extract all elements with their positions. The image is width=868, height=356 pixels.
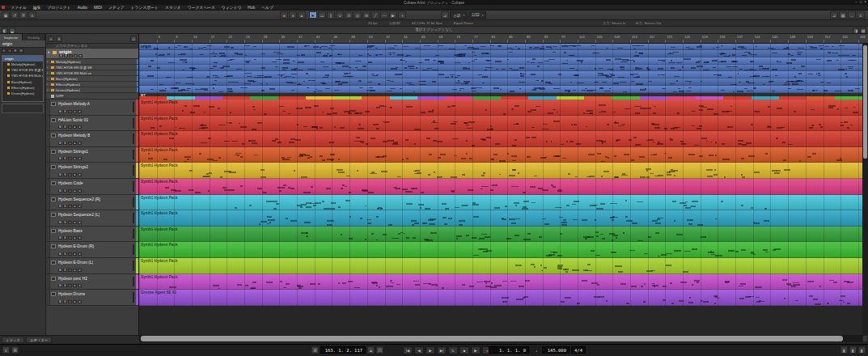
record-enable-button[interactable]: ● (68, 252, 72, 256)
track-drag-handle[interactable] (46, 195, 50, 210)
folder-clip-lane[interactable] (139, 86, 862, 93)
edit-channel-button[interactable]: e (78, 110, 82, 113)
track-row[interactable]: Hydeon Strings2MS●▸e (46, 163, 138, 179)
midi-clip-10[interactable]: Synth1 Hydeon Pack (139, 242, 862, 258)
monitor-button[interactable]: ▸ (74, 54, 78, 57)
track-row[interactable]: Hydeon Sequence2 (R)MS●▸e (46, 195, 138, 211)
mute-button[interactable]: M (58, 300, 62, 303)
track-row[interactable]: Hydeon Strings1MS●▸e (46, 147, 138, 163)
record-enable-button[interactable]: ● (68, 189, 72, 193)
edit-channel-icon[interactable]: e (2, 49, 6, 53)
color-tool[interactable]: ◑ (398, 11, 406, 19)
mute-button[interactable]: M (58, 173, 62, 176)
cycle-button[interactable]: ↻ (448, 346, 458, 354)
read-automation-icon[interactable]: R (13, 49, 18, 53)
edit-channel-button[interactable]: e (78, 252, 82, 256)
midi-clip-13[interactable]: Groove Agent SE 01 (139, 290, 862, 306)
glue-tool[interactable]: ∪ (336, 11, 344, 19)
add-track-icon[interactable]: + (48, 36, 54, 42)
midi-clip-6[interactable]: Synth1 Hydeon Pack (139, 179, 862, 195)
monitor-button[interactable]: ▸ (73, 300, 77, 303)
record-enable-button[interactable]: ● (68, 300, 72, 303)
record-enable-button[interactable]: ● (68, 110, 72, 113)
compact-track-row[interactable]: ▸YM1 HYDE EN Multi ve (46, 70, 138, 76)
tree-item-4[interactable]: Effects(Hydeon) (2, 85, 43, 91)
folder-open-icon[interactable]: ▾ (48, 50, 49, 54)
monitor-button[interactable]: ▸ (73, 221, 77, 224)
menu-item-9[interactable]: ウィンドウ (218, 5, 245, 11)
edit-channel-button[interactable]: e (78, 300, 82, 303)
toolbar-setup-icon[interactable]: ≡ (857, 11, 865, 19)
menu-item-4[interactable]: MIDI (91, 5, 105, 11)
folder-track-lane[interactable]: origin (139, 44, 862, 50)
edit-channel-button[interactable]: e (78, 173, 82, 176)
menu-item-8[interactable]: ワークスペース (184, 5, 218, 11)
metronome-icon[interactable]: ▲ (298, 11, 306, 19)
edit-channel-button[interactable]: e (78, 205, 82, 208)
quantize-dropdown[interactable]: 1/32▾ (468, 11, 486, 19)
track-row[interactable]: Hydeon E-Drum (L)MS●▸e (46, 258, 138, 274)
menu-item-7[interactable]: スタジオ (162, 5, 184, 11)
track-drag-handle[interactable] (46, 179, 50, 194)
track-row[interactable]: Hydeon perc H2MS●▸e (46, 274, 138, 290)
tree-item-0[interactable]: Melody(Hydeon) (2, 61, 43, 67)
rewind-button[interactable]: ◀ (414, 346, 424, 354)
activate-project-icon[interactable]: ▣ (2, 11, 10, 19)
menu-item-6[interactable]: トランスポート (128, 5, 162, 11)
folder-clip-lane[interactable] (139, 50, 862, 57)
window-layout-icon[interactable]: ▦ (860, 28, 866, 33)
snap-toggle-icon[interactable]: ⊿ (830, 11, 838, 19)
track-drag-handle[interactable] (46, 116, 50, 131)
midi-clip-3[interactable]: Synth1 Hydeon Pack (139, 131, 862, 147)
monitor-button[interactable]: ▸ (73, 142, 77, 145)
tree-item-3[interactable]: Bass(Hydeon) (2, 79, 43, 85)
solo-button[interactable]: S (63, 189, 67, 193)
track-drag-handle[interactable] (46, 100, 50, 115)
edit-channel-button[interactable]: e (78, 236, 82, 239)
snap-icon[interactable]: ⊿ (441, 11, 449, 19)
compact-track-row[interactable]: ▸Effects(Hydeon) (46, 82, 138, 87)
timeline-ruler[interactable]: 5913172125293337414549535761656973778185… (139, 34, 868, 44)
folder-track-row[interactable]: ▾ origin M S ● ▸ e (46, 49, 138, 59)
object-select-tool[interactable]: ► (309, 11, 317, 19)
range-select-tool[interactable]: ▭ (318, 11, 326, 19)
track-drag-handle[interactable] (46, 210, 50, 226)
edit-channel-button[interactable]: e (78, 269, 82, 272)
solo-button[interactable]: S (64, 54, 68, 57)
record-enable-button[interactable]: ● (68, 142, 72, 145)
edit-channel-button[interactable]: e (78, 54, 83, 57)
solo-button[interactable]: S (63, 125, 67, 129)
solo-button[interactable]: S (63, 173, 67, 176)
record-enable-icon[interactable]: ● (7, 49, 12, 53)
mute-button[interactable]: M (58, 157, 62, 160)
solo-button[interactable]: S (63, 221, 67, 224)
menu-item-1[interactable]: 編集 (30, 5, 44, 11)
vscroll-thumb[interactable] (863, 45, 867, 159)
search-icon[interactable]: ⊙ (130, 36, 137, 42)
track-row[interactable]: HALion Sonic 01MS●▸e (46, 116, 138, 132)
midi-clip-12[interactable]: Synth1 Hydeon Pack (139, 274, 862, 290)
compact-track-row[interactable]: ▸YM1 HYDE EN 音源 SE (46, 65, 138, 70)
tempo-display[interactable]: 145.000 (542, 346, 569, 354)
metronome-click-icon[interactable]: ▲ (367, 346, 375, 354)
horizontal-scrollbar[interactable] (139, 335, 862, 342)
folder-clip-lane[interactable] (139, 57, 862, 65)
mute-button[interactable]: M (58, 236, 62, 239)
record-enable-button[interactable]: ● (68, 157, 72, 160)
zoom-tool[interactable]: ◎ (354, 11, 362, 19)
right-zone-toggle-icon[interactable]: ◨ (853, 28, 859, 33)
monitor-button[interactable]: ▸ (73, 252, 77, 256)
history-icon[interactable]: ↺ (11, 11, 19, 19)
midi-clip-7[interactable]: Synth1 Hydeon Pack (139, 195, 862, 211)
expand-icon[interactable]: ▸ (47, 71, 49, 74)
mute-button[interactable]: M (58, 189, 62, 193)
monitor-button[interactable]: ▸ (73, 173, 77, 176)
track-row[interactable]: Hydeon Melody BMS●▸e (46, 131, 138, 147)
track-row[interactable]: Hydeon DrumsMS●▸e (46, 290, 138, 306)
record-enable-button[interactable]: ● (68, 221, 72, 224)
expand-icon[interactable]: ▸ (47, 83, 49, 86)
solo-button[interactable]: S (63, 300, 67, 303)
erase-tool[interactable]: ⊘ (345, 11, 353, 19)
track-filter-icon[interactable]: ▾ (56, 36, 62, 42)
edit-channel-button[interactable]: e (78, 189, 82, 193)
